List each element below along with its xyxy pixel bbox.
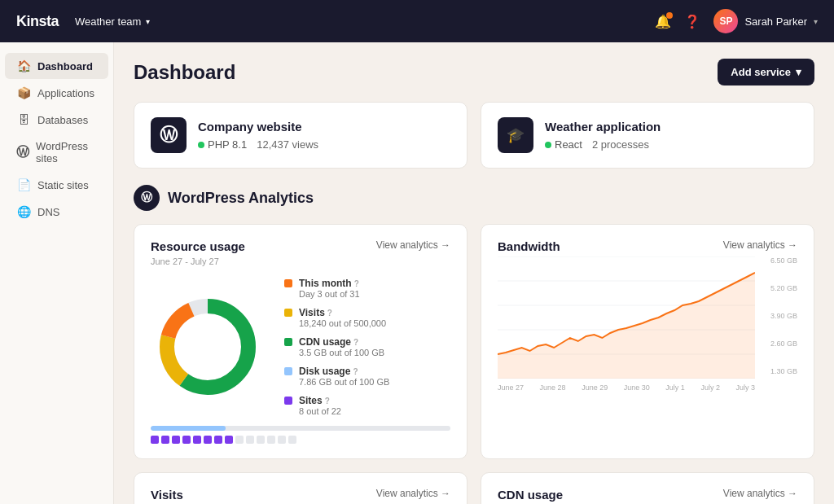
site-dot-2 [161, 436, 169, 444]
sidebar-label-dns: DNS [37, 206, 59, 218]
resource-card-header: Resource usage View analytics → [151, 239, 450, 253]
bw-x-label-7: July 3 [735, 383, 755, 392]
bell-icon[interactable]: 🔔 [655, 14, 671, 29]
sidebar-item-static[interactable]: 📄 Static sites [5, 172, 108, 198]
user-menu[interactable]: SP Sarah Parker ▾ [713, 9, 818, 33]
bandwidth-x-labels: June 27 June 28 June 29 June 30 July 1 J… [498, 383, 755, 392]
cdn-dot [284, 338, 292, 346]
site-dot-3 [172, 436, 180, 444]
legend-visits: Visits ? 18,240 out of 500,000 [284, 307, 450, 328]
bw-x-label-6: July 2 [700, 383, 720, 392]
bw-x-label-3: June 29 [582, 383, 608, 392]
sidebar-item-dns[interactable]: 🌐 DNS [5, 199, 108, 225]
sidebar-item-databases[interactable]: 🗄 Databases [5, 107, 108, 133]
bandwidth-card-title: Bandwidth [498, 239, 560, 253]
bw-x-label-1: June 27 [498, 383, 524, 392]
service-card-weather[interactable]: 🎓 Weather application React 2 processes [481, 102, 814, 169]
bw-y-label-4: 2.60 GB [765, 340, 797, 348]
progress-bars [151, 426, 450, 444]
visits-card: Visits View analytics → 22,500 18,000 [134, 472, 467, 504]
company-service-meta: PHP 8.1 12,437 views [198, 138, 318, 151]
disk-progress-fill [151, 426, 226, 431]
weather-service-icon: 🎓 [498, 117, 533, 153]
bandwidth-chart-wrap: 6.50 GB 5.20 GB 3.90 GB 2.60 GB 1.30 GB [498, 256, 797, 392]
page-title: Dashboard [134, 61, 235, 84]
svg-point-4 [179, 318, 236, 375]
sidebar-item-applications[interactable]: 📦 Applications [5, 80, 108, 106]
team-selector[interactable]: Weather team ▾ [75, 15, 150, 28]
sidebar-item-dashboard[interactable]: 🏠 Dashboard [5, 53, 108, 79]
cdn-label: CDN usage ? [299, 336, 384, 348]
team-name: Weather team [75, 15, 141, 28]
legend-sites: Sites ? 8 out of 22 [284, 395, 450, 416]
disk-progress-bar [151, 426, 450, 431]
help-icon[interactable]: ❓ [684, 14, 700, 29]
weather-status-dot [545, 142, 551, 148]
wordpress-section-title: WordPress Analytics [168, 190, 314, 207]
service-cards: Ⓦ Company website PHP 8.1 12,437 views 🎓 [134, 102, 814, 169]
bw-y-label-5: 1.30 GB [765, 367, 797, 375]
bandwidth-card-header: Bandwidth View analytics → [498, 239, 797, 253]
cdn-card-header: CDN usage View analytics → [498, 488, 797, 502]
disk-label: Disk usage ? [299, 366, 389, 377]
site-dot-12 [267, 436, 275, 444]
visits-card-header: Visits View analytics → [151, 488, 450, 502]
sidebar-label-static: Static sites [37, 179, 89, 191]
this-month-label: This month ? [299, 278, 360, 289]
site-dot-7 [214, 436, 222, 444]
weather-service-name: Weather application [545, 120, 661, 134]
legend-disk: Disk usage ? 7.86 GB out of 100 GB [284, 366, 450, 387]
home-icon: 🏠 [16, 59, 31, 72]
company-status-dot [198, 142, 204, 148]
user-chevron-icon: ▾ [814, 17, 818, 26]
site-dot-14 [288, 436, 296, 444]
service-card-company[interactable]: Ⓦ Company website PHP 8.1 12,437 views [134, 102, 467, 169]
site-dot-13 [278, 436, 286, 444]
donut-svg [151, 290, 265, 404]
resource-view-analytics-link[interactable]: View analytics → [376, 239, 450, 251]
bandwidth-view-analytics-link[interactable]: View analytics → [723, 239, 797, 251]
site-dot-11 [257, 436, 265, 444]
add-service-label: Add service [731, 66, 791, 78]
bandwidth-chart-inner: June 27 June 28 June 29 June 30 July 1 J… [498, 256, 755, 392]
dns-icon: 🌐 [16, 205, 31, 218]
bandwidth-svg [498, 256, 755, 379]
weather-processes: 2 processes [592, 138, 649, 151]
donut-chart [151, 290, 265, 404]
weather-status: React [545, 138, 582, 151]
databases-icon: 🗄 [16, 113, 31, 126]
wordpress-section-icon: Ⓦ [134, 185, 160, 211]
resource-card-subtitle: June 27 - July 27 [151, 256, 450, 266]
disk-dot [284, 367, 292, 375]
site-dot-6 [204, 436, 212, 444]
donut-area: This month ? Day 3 out of 31 Visits [151, 278, 450, 416]
sidebar-item-wordpress[interactable]: Ⓦ WordPress sites [5, 134, 108, 171]
resource-usage-card: Resource usage View analytics → June 27 … [134, 224, 467, 459]
sites-dots-row [151, 436, 450, 444]
site-dot-8 [225, 436, 233, 444]
visits-view-analytics-link[interactable]: View analytics → [376, 488, 450, 499]
sidebar-label-dashboard: Dashboard [37, 60, 93, 72]
site-dot-5 [193, 436, 201, 444]
avatar: SP [713, 9, 738, 33]
sidebar-label-databases: Databases [37, 114, 88, 126]
weather-service-info: Weather application React 2 processes [545, 120, 661, 151]
sites-dot [284, 397, 292, 405]
site-dot-9 [235, 436, 244, 444]
cdn-card: CDN usage View analytics → 4.00 GB 3.20 … [481, 472, 814, 504]
bw-x-label-2: June 28 [540, 383, 566, 392]
applications-icon: 📦 [16, 86, 31, 99]
wordpress-icon: Ⓦ [16, 144, 29, 161]
user-name: Sarah Parker [744, 15, 807, 28]
add-service-chevron-icon: ▾ [796, 66, 801, 78]
cdn-view-analytics-link[interactable]: View analytics → [723, 488, 797, 499]
sidebar-label-applications: Applications [37, 87, 94, 99]
site-dot-10 [246, 436, 254, 444]
add-service-button[interactable]: Add service ▾ [718, 59, 814, 85]
legend-this-month: This month ? Day 3 out of 31 [284, 278, 450, 299]
notification-dot [666, 12, 673, 19]
chevron-down-icon: ▾ [146, 17, 150, 26]
visits-card-title: Visits [151, 488, 183, 502]
sidebar-label-wordpress: WordPress sites [36, 140, 97, 164]
weather-service-meta: React 2 processes [545, 138, 661, 151]
